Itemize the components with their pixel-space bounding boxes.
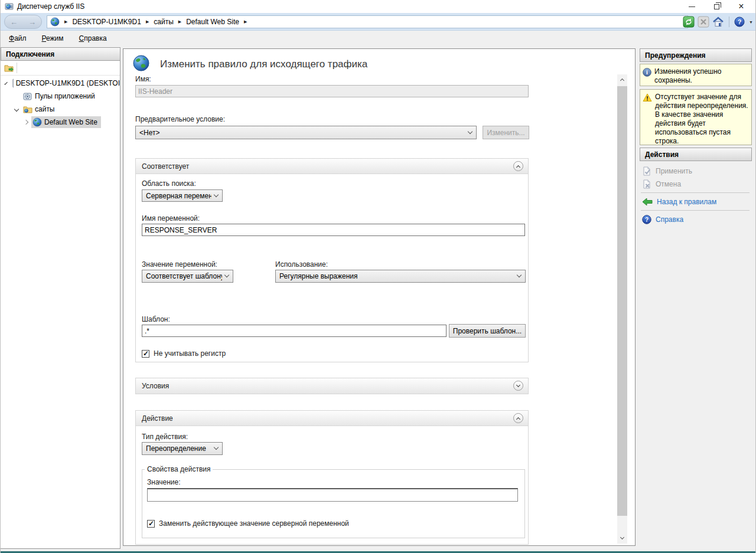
- help-icon: ?: [642, 215, 651, 224]
- selected-tree-item[interactable]: Default Web Site: [31, 116, 101, 128]
- connections-tree: DESKTOP-U1MK9D1 (DESKTOI Пулы приложений…: [1, 77, 120, 129]
- main-scrollbar[interactable]: [617, 74, 627, 544]
- restore-icon: [714, 4, 719, 9]
- replace-value-label: Заменить действующее значение серверной …: [159, 519, 349, 528]
- back-nav-icon[interactable]: ←: [10, 18, 18, 26]
- replace-value-row[interactable]: Заменить действующее значение серверной …: [147, 519, 349, 528]
- action-type-label: Тип действия:: [142, 433, 188, 441]
- right-panel: Предупреждения i Изменения успешно сохра…: [640, 48, 752, 549]
- chevron-down-icon: [214, 445, 219, 450]
- expander-collapsed-icon[interactable]: [24, 120, 28, 125]
- pattern-field[interactable]: [142, 325, 447, 337]
- action-properties-legend: Свойства действия: [145, 465, 213, 473]
- close-button[interactable]: ×: [729, 0, 753, 13]
- action-type-value: Переопределение: [146, 444, 206, 453]
- expander-expanded-icon[interactable]: [14, 107, 19, 112]
- ignore-case-checkbox[interactable]: [142, 350, 149, 358]
- chevron-up-icon: [516, 165, 520, 169]
- variable-name-field[interactable]: [142, 224, 525, 236]
- help-label: Справка: [656, 215, 683, 224]
- warning-alert: Отсутствует значение для действия переоп…: [640, 89, 752, 145]
- collapse-button[interactable]: [513, 161, 523, 171]
- scroll-down-button[interactable]: [617, 532, 627, 544]
- crumb-separator-icon: ▶: [64, 19, 67, 24]
- window-title: Диспетчер служб IIS: [17, 2, 84, 11]
- tree-item-server[interactable]: DESKTOP-U1MK9D1 (DESKTOI: [1, 77, 120, 90]
- globe-icon: [50, 17, 60, 27]
- warning-icon: [643, 93, 652, 102]
- action-properties-group: Свойства действия Значение: Заменить дей…: [142, 465, 525, 538]
- back-to-rules-action[interactable]: Назад к правилам: [642, 196, 716, 208]
- restore-button[interactable]: [705, 0, 728, 13]
- precondition-label: Предварительное условие:: [135, 115, 225, 123]
- action-value-field[interactable]: [147, 488, 518, 502]
- name-field: [135, 85, 529, 97]
- crumb-separator-icon: ▶: [244, 19, 247, 24]
- scope-label: Область поиска:: [142, 179, 196, 188]
- chevron-down-icon: [214, 192, 219, 197]
- replace-value-checkbox[interactable]: [147, 520, 155, 528]
- test-pattern-button[interactable]: Проверить шаблон...: [449, 324, 526, 338]
- connections-toolbar: [1, 61, 120, 76]
- minimize-icon: [689, 6, 695, 7]
- precondition-select[interactable]: <Нет>: [135, 126, 477, 139]
- tree-item-sites[interactable]: сайты: [1, 103, 120, 116]
- ignore-case-row[interactable]: Не учитывать регистр: [142, 349, 226, 358]
- minimize-button[interactable]: [680, 0, 703, 13]
- match-section: Соответствует Область поиска: Серверная …: [135, 158, 529, 362]
- action-value-label: Значение:: [147, 478, 181, 486]
- tree-item-app-pools[interactable]: Пулы приложений: [1, 90, 120, 103]
- expander-expanded-icon[interactable]: [4, 81, 8, 85]
- breadcrumb[interactable]: ▶ DESKTOP-U1MK9D1 ▶ сайты ▶ Default Web …: [47, 15, 688, 28]
- rule-editor-panel: Изменить правило для исходящего трафика …: [123, 48, 636, 546]
- tree-item-label: сайты: [35, 105, 55, 113]
- actions-divider: [641, 192, 750, 193]
- edit-precondition-button[interactable]: Изменить...: [483, 126, 529, 139]
- actions-header: Действия: [640, 148, 752, 161]
- action-type-select[interactable]: Переопределение: [142, 442, 223, 455]
- breadcrumb-item-site[interactable]: Default Web Site: [186, 18, 239, 26]
- help-dropdown-icon[interactable]: ▼: [749, 20, 753, 24]
- forward-nav-icon[interactable]: →: [28, 18, 36, 26]
- home-icon[interactable]: [712, 16, 724, 28]
- crumb-separator-icon: ▶: [178, 19, 181, 24]
- help-action[interactable]: ? Справка: [642, 214, 683, 225]
- breadcrumb-item-server[interactable]: DESKTOP-U1MK9D1: [72, 18, 141, 26]
- scope-select[interactable]: Серверная переменн: [142, 189, 223, 202]
- menu-help[interactable]: Справка: [79, 34, 107, 42]
- close-icon: ×: [738, 1, 744, 12]
- scrollbar-thumb[interactable]: [617, 86, 627, 516]
- cancel-icon: [642, 179, 651, 189]
- menu-file[interactable]: Файл: [9, 34, 27, 42]
- stop-icon[interactable]: [698, 16, 709, 28]
- crumb-separator-icon: ▶: [146, 19, 149, 24]
- toolbar-divider: [17, 63, 17, 73]
- menu-view[interactable]: Режим: [42, 34, 64, 42]
- variable-value-select[interactable]: Соответствует шаблону: [142, 270, 233, 283]
- pattern-label: Шаблон:: [142, 315, 170, 323]
- connections-panel: Подключения DESKTOP-U1MK9D1 (DESKTOI: [1, 47, 120, 549]
- chevron-down-icon: [224, 273, 229, 277]
- scroll-up-button[interactable]: [617, 74, 627, 86]
- collapse-button[interactable]: [513, 413, 523, 423]
- using-value: Регулярные выражения: [279, 272, 358, 280]
- breadcrumb-item-sites[interactable]: сайты: [154, 18, 174, 26]
- refresh-icon[interactable]: [683, 16, 695, 28]
- cancel-label: Отмена: [656, 180, 681, 188]
- cancel-action: Отмена: [642, 178, 681, 190]
- match-section-header: Соответствует: [136, 159, 528, 174]
- info-icon: i: [643, 68, 651, 77]
- connect-folder-icon[interactable]: [4, 63, 14, 73]
- help-icon[interactable]: ?: [734, 17, 745, 27]
- variable-name-label: Имя переменной:: [142, 214, 200, 222]
- tree-item-default-web-site[interactable]: Default Web Site: [1, 116, 120, 129]
- back-to-rules-label: Назад к правилам: [657, 198, 716, 206]
- address-bar: ← → ▶ DESKTOP-U1MK9D1 ▶ сайты ▶ Default …: [1, 13, 756, 31]
- expand-button[interactable]: [513, 381, 523, 391]
- variable-value-label: Значение переменной:: [142, 260, 217, 269]
- app-pools-icon: [23, 91, 32, 101]
- app-icon: [5, 2, 14, 11]
- warnings-header: Предупреждения: [640, 48, 752, 62]
- svg-text:?: ?: [645, 217, 649, 223]
- using-select[interactable]: Регулярные выражения: [275, 270, 526, 283]
